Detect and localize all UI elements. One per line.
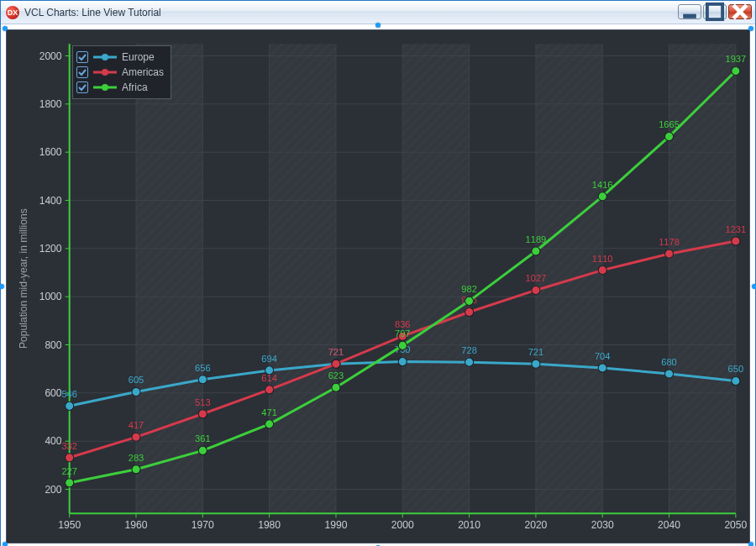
svg-point-101 [732, 376, 740, 385]
svg-text:513: 513 [195, 397, 211, 407]
legend-label: Africa [122, 81, 148, 93]
svg-text:800: 800 [45, 339, 61, 351]
svg-text:1200: 1200 [39, 243, 62, 255]
legend-label: Americas [122, 66, 164, 78]
svg-text:1110: 1110 [592, 254, 613, 264]
svg-text:471: 471 [261, 407, 277, 417]
svg-text:1937: 1937 [726, 54, 747, 64]
svg-text:1665: 1665 [659, 119, 680, 129]
svg-point-111 [332, 360, 340, 368]
resize-handle-icon[interactable] [375, 23, 381, 28]
svg-point-133 [332, 383, 340, 391]
svg-text:1027: 1027 [526, 273, 547, 283]
titlebar[interactable]: DX VCL Charts: Line View Tutorial [1, 1, 755, 24]
svg-point-143 [664, 132, 673, 140]
legend-item-africa[interactable]: Africa [76, 80, 164, 95]
svg-text:2000: 2000 [39, 50, 62, 62]
svg-text:Population mid-year, in millio: Population mid-year, in millions [18, 208, 29, 349]
svg-point-137 [465, 297, 474, 305]
svg-point-83 [132, 387, 140, 396]
close-button[interactable] [728, 4, 752, 19]
svg-text:1980: 1980 [258, 519, 281, 531]
svg-point-95 [532, 360, 540, 368]
svg-point-141 [598, 192, 606, 201]
svg-text:2040: 2040 [658, 519, 680, 531]
svg-point-121 [664, 249, 673, 258]
window-title: VCL Charts: Line View Tutorial [24, 7, 161, 18]
svg-text:797: 797 [395, 328, 411, 339]
svg-text:2010: 2010 [458, 519, 480, 531]
svg-text:1970: 1970 [192, 519, 214, 531]
svg-text:1400: 1400 [39, 195, 62, 207]
checkbox-icon[interactable] [76, 51, 88, 63]
svg-text:332: 332 [61, 441, 77, 451]
svg-text:650: 650 [728, 364, 744, 374]
svg-text:1189: 1189 [526, 234, 547, 244]
checkbox-icon[interactable] [76, 81, 88, 93]
chart-canvas: 1950196019701980199020002010202020302040… [7, 30, 749, 543]
svg-rect-14 [669, 44, 736, 513]
svg-text:1960: 1960 [125, 519, 148, 531]
svg-point-150 [102, 69, 108, 76]
svg-text:1000: 1000 [39, 291, 62, 302]
svg-text:721: 721 [328, 347, 344, 357]
resize-handle-icon[interactable] [748, 542, 753, 546]
svg-text:227: 227 [61, 466, 77, 476]
svg-text:605: 605 [129, 375, 144, 385]
svg-text:2030: 2030 [591, 519, 614, 531]
chart[interactable]: 1950196019701980199020002010202020302040… [6, 29, 750, 543]
svg-point-135 [398, 341, 407, 349]
svg-text:400: 400 [45, 435, 61, 447]
svg-text:1950: 1950 [58, 519, 81, 531]
svg-text:1416: 1416 [592, 180, 613, 190]
svg-point-127 [132, 465, 140, 474]
svg-text:1800: 1800 [39, 98, 62, 110]
svg-text:600: 600 [45, 387, 61, 399]
maximize-button[interactable] [703, 4, 727, 19]
svg-point-109 [265, 386, 274, 394]
svg-text:283: 283 [129, 453, 144, 463]
checkbox-icon[interactable] [76, 66, 88, 78]
svg-point-91 [398, 358, 407, 366]
svg-text:728: 728 [461, 345, 477, 355]
svg-text:623: 623 [328, 370, 344, 381]
svg-text:1178: 1178 [659, 237, 680, 247]
svg-text:546: 546 [61, 389, 77, 399]
svg-point-131 [265, 420, 274, 428]
minimize-button[interactable] [678, 4, 701, 19]
resize-handle-icon[interactable] [748, 26, 753, 31]
svg-text:2000: 2000 [391, 519, 414, 531]
svg-text:2020: 2020 [524, 519, 547, 531]
svg-rect-1 [707, 4, 722, 19]
svg-point-105 [132, 433, 140, 441]
svg-point-81 [66, 402, 74, 410]
resize-handle-icon[interactable] [0, 284, 4, 289]
svg-point-139 [532, 247, 540, 255]
svg-point-107 [198, 410, 207, 418]
svg-point-99 [664, 370, 673, 378]
svg-text:680: 680 [661, 357, 677, 367]
svg-text:721: 721 [528, 347, 544, 357]
legend-label: Europe [122, 51, 155, 63]
svg-text:656: 656 [195, 363, 211, 373]
legend-item-americas[interactable]: Americas [76, 65, 164, 80]
svg-text:1600: 1600 [39, 146, 62, 158]
svg-point-125 [66, 479, 74, 487]
legend-swatch [93, 53, 117, 61]
legend-item-europe[interactable]: Europe [76, 50, 164, 65]
svg-point-103 [66, 454, 74, 462]
legend[interactable]: Europe Americas Africa [72, 45, 171, 99]
resize-handle-icon[interactable] [3, 542, 8, 546]
svg-point-85 [198, 375, 207, 384]
legend-swatch [93, 68, 117, 76]
resize-handle-icon[interactable] [752, 284, 756, 289]
svg-rect-10 [136, 44, 202, 513]
svg-point-97 [598, 364, 606, 372]
svg-point-93 [465, 358, 474, 366]
app-icon: DX [6, 6, 19, 19]
resize-handle-icon[interactable] [3, 26, 8, 31]
svg-point-129 [198, 446, 207, 454]
svg-point-148 [102, 54, 108, 60]
window-controls [676, 1, 755, 24]
svg-text:614: 614 [261, 373, 277, 383]
